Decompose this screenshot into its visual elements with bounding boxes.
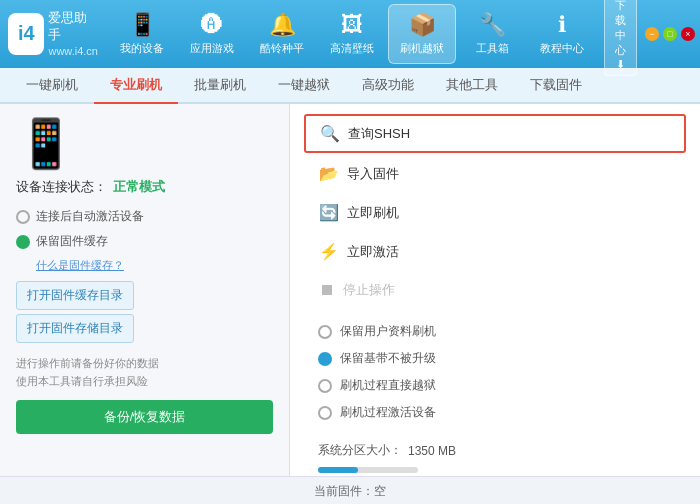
- nav-toolbox-label: 工具箱: [476, 41, 509, 56]
- nav-app-game-label: 应用游戏: [190, 41, 234, 56]
- main-nav: 📱 我的设备 🅐 应用游戏 🔔 酷铃种平 🖼 高清壁纸 📦 刷机越狱 🔧 工具箱…: [108, 4, 596, 64]
- option-keep-baseband-label: 保留基带不被升级: [340, 350, 436, 367]
- nav-tutorial-label: 教程中心: [540, 41, 584, 56]
- separator2: [304, 426, 686, 434]
- warning-line2: 使用本工具请自行承担风险: [16, 373, 273, 391]
- app-icon: 🅐: [201, 12, 223, 38]
- nav-flash[interactable]: 📦 刷机越狱: [388, 4, 456, 64]
- nav-wallpaper[interactable]: 🖼 高清壁纸: [318, 4, 386, 64]
- status-label: 设备连接状态：: [16, 178, 107, 196]
- query-shsh-button[interactable]: 🔍 查询SHSH: [304, 114, 686, 153]
- nav-my-device-label: 我的设备: [120, 41, 164, 56]
- system-size-value: 1350 MB: [408, 444, 456, 458]
- wallpaper-icon: 🖼: [341, 12, 363, 38]
- option-activate-flash-label: 刷机过程激活设备: [340, 404, 436, 421]
- open-cache-dir-button[interactable]: 打开固件缓存目录: [16, 281, 134, 310]
- logo-area: i4 爱思助手 www.i4.cn: [8, 10, 98, 58]
- nav-flash-label: 刷机越狱: [400, 41, 444, 56]
- current-firmware-label: 当前固件：空: [314, 483, 386, 500]
- slider-row[interactable]: [304, 467, 686, 481]
- system-size-row: 系统分区大小： 1350 MB: [304, 434, 686, 467]
- nav-app-game[interactable]: 🅐 应用游戏: [178, 4, 246, 64]
- radio-keep-baseband[interactable]: [318, 352, 332, 366]
- activate-now-button[interactable]: ⚡ 立即激活: [304, 233, 686, 270]
- download-center-button[interactable]: 下载中心 ⬇: [604, 0, 637, 76]
- tab-download-fw[interactable]: 下载固件: [514, 68, 598, 104]
- main-content: 📱 设备连接状态： 正常模式 连接后自动激活设备 保留固件缓存 什么是固件缓存？…: [0, 104, 700, 476]
- logo-text-block: 爱思助手 www.i4.cn: [48, 10, 98, 58]
- option-keep-baseband[interactable]: 保留基带不被升级: [304, 345, 686, 372]
- tab-jailbreak[interactable]: 一键越狱: [262, 68, 346, 104]
- tab-pro-flash[interactable]: 专业刷机: [94, 68, 178, 104]
- maximize-button[interactable]: □: [663, 27, 677, 41]
- app-logo-icon: i4: [8, 13, 44, 55]
- nav-ringtone-label: 酷铃种平: [260, 41, 304, 56]
- cache-help-link[interactable]: 什么是固件缓存？: [36, 258, 273, 273]
- flash-now-label: 立即刷机: [347, 204, 399, 222]
- import-icon: 📂: [319, 164, 339, 183]
- bell-icon: 🔔: [269, 12, 296, 38]
- nav-tutorial[interactable]: ℹ 教程中心: [528, 4, 596, 64]
- nav-toolbox[interactable]: 🔧 工具箱: [458, 4, 526, 64]
- warning-line1: 进行操作前请备份好你的数据: [16, 355, 273, 373]
- option-jailbreak-flash[interactable]: 刷机过程直接越狱: [304, 372, 686, 399]
- activate-icon: ⚡: [319, 242, 339, 261]
- option-keep-userdata-label: 保留用户资料刷机: [340, 323, 436, 340]
- close-button[interactable]: ×: [681, 27, 695, 41]
- device-status-row: 设备连接状态： 正常模式: [16, 178, 273, 196]
- query-shsh-label: 查询SHSH: [348, 125, 410, 143]
- download-center-label: 下载中心: [615, 0, 626, 56]
- nav-wallpaper-label: 高清壁纸: [330, 41, 374, 56]
- option-keep-cache-label: 保留固件缓存: [36, 233, 108, 250]
- store-btn-row: 打开固件存储目录: [16, 314, 273, 343]
- option-auto-activate-label: 连接后自动激活设备: [36, 208, 144, 225]
- import-firmware-label: 导入固件: [347, 165, 399, 183]
- flash-now-icon: 🔄: [319, 203, 339, 222]
- tab-bar: 一键刷机 专业刷机 批量刷机 一键越狱 高级功能 其他工具 下载固件: [0, 68, 700, 104]
- query-icon: 🔍: [320, 124, 340, 143]
- separator1: [304, 310, 686, 318]
- phone-icon: 📱: [16, 116, 273, 172]
- tab-other[interactable]: 其他工具: [430, 68, 514, 104]
- window-controls: − □ ×: [645, 27, 695, 41]
- option-auto-activate[interactable]: 连接后自动激活设备: [16, 208, 273, 225]
- right-panel: 🔍 查询SHSH 📂 导入固件 🔄 立即刷机 ⚡ 立即激活 ⏹ 停止操作 保留用…: [290, 104, 700, 476]
- radio-keep-userdata[interactable]: [318, 325, 332, 339]
- flash-now-button[interactable]: 🔄 立即刷机: [304, 194, 686, 231]
- app-site: www.i4.cn: [48, 44, 98, 58]
- size-slider-track[interactable]: [318, 467, 418, 473]
- device-icon: 📱: [129, 12, 156, 38]
- radio-auto-activate[interactable]: [16, 210, 30, 224]
- stop-operation-label: 停止操作: [343, 281, 395, 299]
- minimize-button[interactable]: −: [645, 27, 659, 41]
- info-icon: ℹ: [558, 12, 566, 38]
- warning-text: 进行操作前请备份好你的数据 使用本工具请自行承担风险: [16, 355, 273, 390]
- nav-my-device[interactable]: 📱 我的设备: [108, 4, 176, 64]
- logo-abbr: i4: [18, 22, 35, 45]
- toolbox-icon: 🔧: [479, 12, 506, 38]
- radio-keep-cache[interactable]: [16, 235, 30, 249]
- option-keep-cache[interactable]: 保留固件缓存: [16, 233, 273, 250]
- left-panel: 📱 设备连接状态： 正常模式 连接后自动激活设备 保留固件缓存 什么是固件缓存？…: [0, 104, 290, 476]
- open-store-dir-button[interactable]: 打开固件存储目录: [16, 314, 134, 343]
- cache-btn-row: 打开固件缓存目录: [16, 281, 273, 310]
- backup-restore-button[interactable]: 备份/恢复数据: [16, 400, 273, 434]
- download-icon: ⬇: [616, 58, 625, 70]
- tab-one-click[interactable]: 一键刷机: [10, 68, 94, 104]
- status-value: 正常模式: [113, 178, 165, 196]
- option-jailbreak-flash-label: 刷机过程直接越狱: [340, 377, 436, 394]
- radio-activate-flash[interactable]: [318, 406, 332, 420]
- stop-operation-button[interactable]: ⏹ 停止操作: [304, 272, 686, 308]
- tab-advanced[interactable]: 高级功能: [346, 68, 430, 104]
- option-activate-flash[interactable]: 刷机过程激活设备: [304, 399, 686, 426]
- activate-now-label: 立即激活: [347, 243, 399, 261]
- radio-jailbreak-flash[interactable]: [318, 379, 332, 393]
- size-slider-fill: [318, 467, 358, 473]
- option-keep-userdata[interactable]: 保留用户资料刷机: [304, 318, 686, 345]
- stop-icon: ⏹: [319, 281, 335, 299]
- system-size-label: 系统分区大小：: [318, 442, 402, 459]
- app-name: 爱思助手: [48, 10, 98, 44]
- tab-batch[interactable]: 批量刷机: [178, 68, 262, 104]
- import-firmware-button[interactable]: 📂 导入固件: [304, 155, 686, 192]
- nav-ringtone[interactable]: 🔔 酷铃种平: [248, 4, 316, 64]
